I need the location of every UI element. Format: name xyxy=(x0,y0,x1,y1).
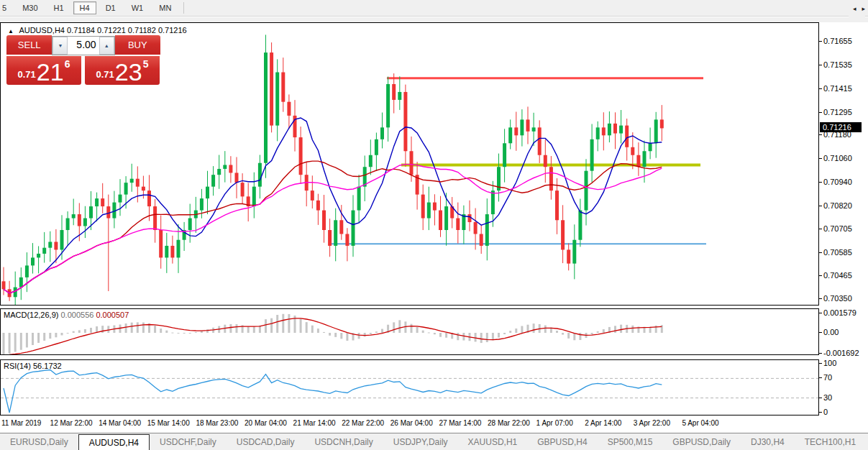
tab-scroll-controls: ◂ ▸ xyxy=(849,0,865,17)
one-click-trading-widget: SELL ▼ 5.00 ▲ BUY 0.71 21 6 0.71 23 5 xyxy=(6,35,160,85)
tab-scroll-left-icon[interactable]: ◂ xyxy=(853,5,856,12)
axis-tick-mark xyxy=(819,41,822,42)
terminal-window: 5 M30 H1 H4 D1 W1 MN ▲ AUDUSD,H4 0.71184… xyxy=(0,0,868,450)
symbol-tab-tech100-h1[interactable]: TECH100,H1 xyxy=(795,433,866,450)
symbol-tab-usdcad-daily[interactable]: USDCAD,Daily xyxy=(227,433,305,450)
chart-ohlc-header: ▲ AUDUSD,H4 0.71184 0.71221 0.71182 0.71… xyxy=(8,26,187,35)
tf-button-m5[interactable]: 5 xyxy=(0,1,13,14)
axis-tick-mark xyxy=(819,412,822,413)
volume-decrease-icon[interactable]: ▼ xyxy=(52,37,68,55)
axis-tick-mark xyxy=(819,65,822,65)
buy-price-big: 23 xyxy=(115,61,142,83)
symbol-tab-gbpusd-h4[interactable]: GBPUSD,H4 xyxy=(527,433,597,450)
rsi-indicator-panel[interactable]: RSI(14) 56.1732 xyxy=(0,359,819,415)
macd-main-value: 0.000556 xyxy=(60,311,93,319)
macd-label: MACD(12,26,9) 0.000556 0.000507 xyxy=(4,311,129,319)
buy-button[interactable]: BUY xyxy=(115,35,160,55)
time-axis-label: 15 Mar 14:00 xyxy=(147,419,190,427)
time-axis-label: 3 Apr 22:00 xyxy=(634,419,670,427)
price-axis-label: 0.71655 xyxy=(823,37,852,45)
chart-open-value: 0.71184 xyxy=(67,26,95,35)
time-axis-label: 2 Apr 14:00 xyxy=(585,419,621,427)
rsi-canvas[interactable] xyxy=(1,360,818,415)
chart-close-value: 0.71216 xyxy=(158,26,187,35)
symbol-tab-usdchf-daily[interactable]: USDCHF,Daily xyxy=(150,433,227,450)
collapse-panel-icon[interactable]: ▲ xyxy=(8,28,14,35)
tf-button-mn[interactable]: MN xyxy=(152,1,178,14)
rsi-label: RSI(14) 56.1732 xyxy=(4,362,62,370)
time-axis-label: 27 Mar 14:00 xyxy=(439,419,481,427)
buy-price-pip: 5 xyxy=(143,58,149,70)
toolbar-divider xyxy=(183,2,184,14)
tf-button-d1[interactable]: D1 xyxy=(99,1,122,14)
price-axis-label: 0.70465 xyxy=(823,271,852,280)
axis-tick-mark xyxy=(819,363,822,364)
axis-tick-mark xyxy=(819,88,822,89)
chart-low-value: 0.71182 xyxy=(128,26,156,35)
time-axis-label: 1 Apr 07:00 xyxy=(536,419,573,427)
sell-price-big: 21 xyxy=(37,61,64,83)
axis-tick-mark xyxy=(819,112,822,113)
tf-button-h1[interactable]: H1 xyxy=(47,1,70,14)
time-axis-label: 26 Mar 04:00 xyxy=(390,419,433,427)
sell-button[interactable]: SELL xyxy=(6,35,52,55)
axis-tick-mark xyxy=(819,353,822,354)
rsi-name: RSI(14) xyxy=(4,362,31,370)
price-axis-label: 0.71415 xyxy=(823,84,852,93)
buy-price-quote[interactable]: 0.71 23 5 xyxy=(85,56,160,85)
price-axis-label: 0.70705 xyxy=(823,224,852,233)
axis-tick-mark xyxy=(819,313,822,313)
symbol-tab-usdjpy-daily[interactable]: USDJPY,Daily xyxy=(383,433,458,450)
tf-button-w1[interactable]: W1 xyxy=(125,1,150,14)
axis-tick-mark xyxy=(819,252,822,253)
symbol-tab-usdcnh-daily[interactable]: USDCNH,Daily xyxy=(304,433,383,450)
volume-stepper: ▼ 5.00 ▲ xyxy=(52,36,114,55)
price-axis-label: 0.71060 xyxy=(823,154,852,162)
macd-signal-value: 0.000507 xyxy=(96,311,129,319)
volume-increase-icon[interactable]: ▲ xyxy=(99,37,114,55)
axis-tick-mark xyxy=(819,206,822,206)
price-axis-label: 0.70820 xyxy=(823,201,852,210)
price-axis-label: 0.70585 xyxy=(823,248,852,257)
rsi-scale-label: 0 xyxy=(823,408,828,416)
buy-price-prefix: 0.71 xyxy=(96,69,114,80)
time-axis-label: 20 Mar 04:00 xyxy=(245,419,287,427)
price-axis-label: 0.71535 xyxy=(823,60,852,69)
price-axis-label: 0.71295 xyxy=(823,108,852,116)
current-price-tag: 0.71216 xyxy=(820,122,862,132)
price-axis-label: 0.70350 xyxy=(823,294,852,303)
macd-indicator-panel[interactable]: MACD(12,26,9) 0.000556 0.000507 xyxy=(0,308,819,355)
symbol-tab-xauusd-h1[interactable]: XAUUSD,H1 xyxy=(458,433,528,450)
rsi-scale-label: 100 xyxy=(823,359,836,367)
axis-tick-mark xyxy=(819,182,822,183)
symbol-tab-dj30-h4[interactable]: DJ30,H4 xyxy=(741,433,795,450)
axis-tick-mark xyxy=(819,229,822,229)
tf-button-m30[interactable]: M30 xyxy=(16,1,44,14)
axis-tick-mark xyxy=(819,158,822,159)
sell-price-prefix: 0.71 xyxy=(18,69,36,80)
macd-scale-label: 0.001579 xyxy=(823,308,856,317)
time-axis-label: 12 Mar 22:00 xyxy=(50,419,93,427)
axis-tick-mark xyxy=(819,275,822,276)
macd-scale-label: 0.00 xyxy=(823,328,839,336)
time-axis-label: 18 Mar 23:00 xyxy=(196,419,238,427)
symbol-tab-audusd-h4[interactable]: AUDUSD,H4 xyxy=(78,434,150,450)
macd-scale-label: -0.001692 xyxy=(823,349,859,357)
symbol-tab-eurusd-daily[interactable]: EURUSD,Daily xyxy=(0,433,78,450)
tf-button-h4[interactable]: H4 xyxy=(73,1,96,14)
volume-input[interactable]: 5.00 xyxy=(68,37,99,55)
rsi-scale-label: 70 xyxy=(823,373,832,382)
tab-scroll-right-icon[interactable]: ▸ xyxy=(862,5,865,12)
symbol-tab-sp500-m15[interactable]: SP500,M15 xyxy=(598,433,663,450)
rsi-scale-label: 30 xyxy=(823,393,832,402)
macd-name: MACD(12,26,9) xyxy=(4,311,58,319)
time-axis-label: 21 Mar 14:00 xyxy=(293,419,336,427)
sell-price-quote[interactable]: 0.71 21 6 xyxy=(6,56,81,85)
axis-tick-mark xyxy=(819,377,822,378)
symbol-tab-gbpusd-daily[interactable]: GBPUSD,Daily xyxy=(662,433,741,450)
axis-tick-mark xyxy=(819,332,822,333)
main-chart-panel[interactable]: ▲ AUDUSD,H4 0.71184 0.71221 0.71182 0.71… xyxy=(0,22,819,306)
axis-tick-mark xyxy=(819,134,822,135)
time-axis-label: 14 Mar 04:00 xyxy=(99,419,141,427)
time-axis-label: 5 Apr 04:00 xyxy=(682,419,718,427)
